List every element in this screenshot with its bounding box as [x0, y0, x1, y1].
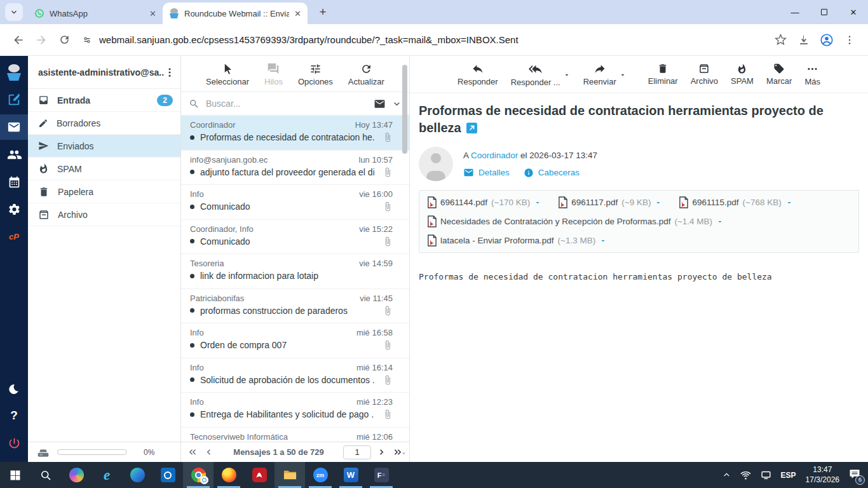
- nav-mail-button[interactable]: [0, 114, 28, 140]
- notification-center-icon[interactable]: 6: [849, 468, 860, 482]
- reader-toolbar-responder[interactable]: Responder: [458, 62, 498, 86]
- attachment-item[interactable]: 6961117.pdf(~9 KB): [558, 196, 662, 208]
- message-row[interactable]: Tecnoserviweb Informáticamié 12:06: [181, 428, 409, 442]
- taskbar-firefox-icon[interactable]: [214, 462, 244, 488]
- dark-mode-button[interactable]: [0, 376, 28, 401]
- folder-item-entrada[interactable]: Entrada2: [28, 89, 180, 112]
- folder-item-archivo[interactable]: Archivo: [28, 203, 180, 226]
- clock[interactable]: 13:4717/3/2026: [806, 465, 839, 485]
- message-row[interactable]: Infomié 16:14Solicitud de aprobación de …: [181, 358, 409, 393]
- tab-close-icon[interactable]: ✕: [294, 9, 301, 18]
- folder-item-papelera[interactable]: Papelera: [28, 180, 180, 203]
- bookmark-star-icon[interactable]: [775, 34, 787, 46]
- taskbar-outlook-icon[interactable]: [153, 462, 183, 488]
- attachment-menu-caret-icon[interactable]: [654, 199, 662, 207]
- compose-button[interactable]: [0, 87, 28, 112]
- new-tab-button[interactable]: +: [314, 3, 332, 21]
- omnibox[interactable]: webmail.sanjuan.gob.ec/cpsess1453769393/…: [76, 29, 792, 51]
- nav-cpanel-button[interactable]: cP: [0, 224, 28, 249]
- tab-close-icon[interactable]: ✕: [149, 9, 156, 18]
- taskbar-search-icon[interactable]: [31, 462, 61, 488]
- taskbar-explorer-icon[interactable]: [275, 462, 305, 488]
- attachment-menu-caret-icon[interactable]: [599, 237, 607, 245]
- tab-whatsapp[interactable]: WhatsApp ✕: [28, 3, 163, 24]
- restore-button[interactable]: [810, 0, 839, 24]
- message-row[interactable]: CoordinadorHoy 13:47Proformas de necesid…: [181, 116, 409, 151]
- next-page-button[interactable]: [376, 447, 387, 458]
- attachment-item[interactable]: latacela - Enviar Proforma.pdf(~1.3 MB): [427, 234, 607, 247]
- tray-expand-icon[interactable]: [722, 471, 731, 479]
- language-indicator[interactable]: ESP: [781, 471, 796, 480]
- start-glyph: [9, 469, 22, 482]
- message-row[interactable]: Patriciabonifasvie 11:45proformas constr…: [181, 289, 409, 324]
- message-row[interactable]: Tesoreriavie 14:59link de informacion pa…: [181, 254, 409, 289]
- url-text[interactable]: webmail.sanjuan.gob.ec/cpsess1453769393/…: [99, 34, 768, 45]
- close-button[interactable]: ✕: [839, 0, 868, 24]
- reader-toolbar-eliminar[interactable]: Eliminar: [648, 63, 678, 86]
- downloads-icon[interactable]: [793, 29, 815, 51]
- reader-toolbar-archivo[interactable]: Archivo: [691, 63, 718, 86]
- site-info-icon[interactable]: [81, 34, 93, 46]
- attachment-item[interactable]: Necesidades de Contratación y Recepción …: [427, 215, 724, 227]
- folder-item-enviados[interactable]: Enviados: [28, 135, 180, 158]
- attachment-item[interactable]: 6961115.pdf(~768 KB): [679, 196, 792, 208]
- action-detalles[interactable]: Detalles: [463, 167, 510, 178]
- reader-toolbar-reenviar[interactable]: Reenviar: [583, 62, 627, 86]
- recipient-link[interactable]: Coordinador: [471, 151, 518, 160]
- search-scope-icon[interactable]: [374, 98, 386, 110]
- taskbar-edge-icon[interactable]: [122, 462, 153, 488]
- taskbar-acrobat-icon[interactable]: [244, 462, 275, 488]
- list-toolbar-actualizar[interactable]: Actualizar: [348, 63, 384, 86]
- message-row[interactable]: info@sanjuan.gob.eclun 10:57adjunto fact…: [181, 151, 409, 186]
- list-toolbar-seleccionar[interactable]: Seleccionar: [206, 63, 249, 86]
- first-page-button[interactable]: [187, 447, 198, 458]
- list-toolbar-opciones[interactable]: Opciones: [298, 63, 333, 86]
- forward-button[interactable]: [31, 29, 52, 51]
- reader-toolbar-spam[interactable]: SPAM: [731, 64, 754, 86]
- taskbar-zoom-icon[interactable]: zm: [305, 462, 336, 488]
- folder-item-spam[interactable]: SPAM: [28, 158, 180, 180]
- search-input[interactable]: [206, 98, 367, 109]
- reader-toolbar-m-s[interactable]: Más: [804, 63, 820, 86]
- attachment-menu-caret-icon[interactable]: [785, 199, 793, 207]
- message-row[interactable]: Infomié 12:23Entrega de Habilitantes y s…: [181, 393, 409, 428]
- attachment-menu-caret-icon[interactable]: [534, 199, 541, 207]
- action-cabeceras[interactable]: Cabeceras: [524, 168, 580, 178]
- search-options-chevron-icon[interactable]: [392, 99, 402, 109]
- wifi-icon[interactable]: [740, 470, 751, 480]
- minimize-button[interactable]: —: [780, 0, 810, 24]
- profile-icon[interactable]: [816, 29, 837, 51]
- help-button[interactable]: ?: [0, 403, 28, 428]
- display-cast-icon[interactable]: [761, 470, 771, 480]
- reader-toolbar-responder-[interactable]: Responder ...: [511, 62, 571, 87]
- nav-calendar-button[interactable]: [0, 169, 28, 194]
- attachment-item[interactable]: 6961144.pdf(~170 KB): [427, 196, 541, 208]
- reload-button[interactable]: [53, 29, 75, 51]
- logout-button[interactable]: [0, 430, 28, 456]
- prev-page-button[interactable]: [203, 447, 214, 458]
- folder-item-borradores[interactable]: Borradores: [28, 112, 180, 135]
- taskbar-copilot-icon[interactable]: [61, 462, 92, 488]
- account-menu-icon[interactable]: [164, 67, 175, 78]
- message-row[interactable]: Coordinador, Infovie 15:22Comunicado: [181, 220, 409, 255]
- back-button[interactable]: [8, 29, 29, 51]
- nav-contacts-button[interactable]: [0, 142, 28, 167]
- open-in-new-window-icon[interactable]: [466, 121, 477, 132]
- message-row[interactable]: Infomié 16:58Orden de compra 007: [181, 323, 409, 358]
- message-row[interactable]: Infovie 16:00Comunicado: [181, 185, 409, 220]
- list-scrollbar[interactable]: [402, 65, 407, 154]
- reply-icon: [471, 62, 484, 75]
- scroll-down-icon[interactable]: [400, 448, 407, 459]
- attachment-menu-caret-icon[interactable]: [716, 218, 724, 226]
- taskbar-chrome-icon[interactable]: [183, 462, 214, 488]
- reader-toolbar-marcar[interactable]: Marcar: [766, 63, 792, 86]
- browser-menu-icon[interactable]: [839, 29, 860, 51]
- tab-search-button[interactable]: [5, 3, 23, 21]
- page-input[interactable]: [343, 445, 371, 459]
- nav-settings-button[interactable]: [0, 196, 28, 222]
- taskbar-fapp-icon[interactable]: F≡: [366, 462, 397, 488]
- tab-roundcube[interactable]: Roundcube Webmail :: Enviados ✕: [163, 3, 308, 24]
- taskbar-ie-icon[interactable]: e: [92, 462, 122, 488]
- taskbar-start-icon[interactable]: [0, 462, 31, 488]
- taskbar-word-icon[interactable]: W: [336, 462, 366, 488]
